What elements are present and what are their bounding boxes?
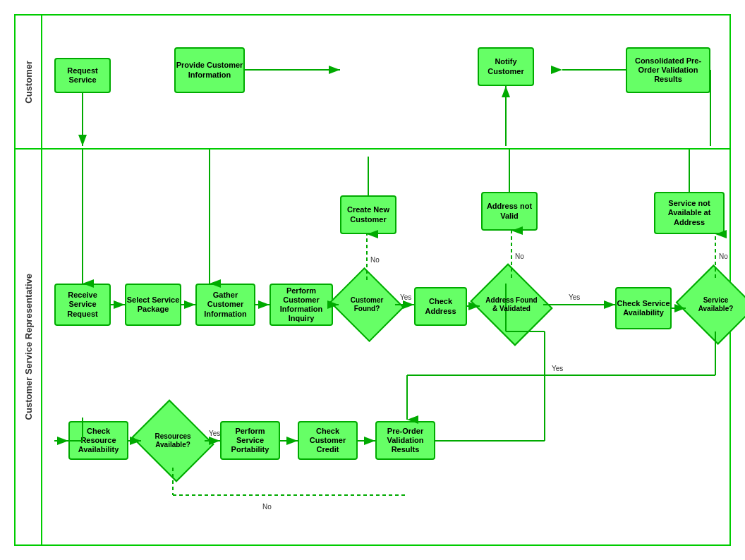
svg-text:Yes: Yes	[569, 293, 580, 301]
check-customer-credit-box: Check Customer Credit	[298, 421, 358, 460]
check-address-box: Check Address	[414, 287, 467, 326]
customer-found-diamond: Customer Found?	[339, 280, 395, 329]
swim-lane-customer: Customer Request Service Provide Custome…	[16, 16, 729, 150]
customer-lane-arrows	[16, 16, 729, 148]
provide-customer-info-box: Provide Customer Information	[174, 47, 245, 93]
csr-lane-label: Customer Service Representative	[16, 150, 42, 544]
check-resource-avail-box: Check Resource Availability	[68, 421, 128, 460]
svg-text:Yes: Yes	[209, 430, 220, 437]
service-not-available-box: Service not Available at Address	[654, 192, 725, 234]
swim-lane-csr: Customer Service Representative Receive …	[16, 150, 729, 544]
svg-text:Yes: Yes	[552, 365, 563, 372]
svg-text:No: No	[370, 256, 380, 264]
svg-text:Yes: Yes	[400, 293, 411, 301]
svg-text:No: No	[719, 252, 728, 260]
perform-inquiry-box: Perform Customer Information Inquiry	[269, 284, 333, 326]
receive-service-request-box: Receive Service Request	[54, 284, 111, 326]
address-not-valid-box: Address not Valid	[481, 192, 538, 231]
preorder-validation-box: Pre-Order Validation Results	[375, 421, 435, 460]
address-found-diamond: Address Found & Validated	[480, 278, 543, 331]
svg-text:No: No	[515, 252, 524, 260]
check-service-avail-box: Check Service Availability	[615, 287, 672, 329]
resources-available-diamond: Resources Available?	[141, 414, 205, 468]
request-service-box: Request Service	[54, 58, 111, 93]
create-new-customer-box: Create New Customer	[340, 195, 396, 234]
diagram-container: Customer Request Service Provide Custome…	[14, 14, 731, 546]
select-service-package-box: Select Service Package	[125, 284, 181, 326]
gather-customer-info-box: Gather Customer Information	[195, 284, 255, 326]
perform-portability-box: Perform Service Portability	[220, 421, 280, 460]
customer-lane-label: Customer	[16, 16, 42, 148]
notify-customer-box: Notify Customer	[478, 47, 534, 86]
consolidated-preorder-box: Consolidated Pre-Order Validation Result…	[626, 47, 710, 93]
service-available-diamond: Service Available?	[686, 278, 745, 331]
svg-text:No: No	[262, 503, 272, 511]
